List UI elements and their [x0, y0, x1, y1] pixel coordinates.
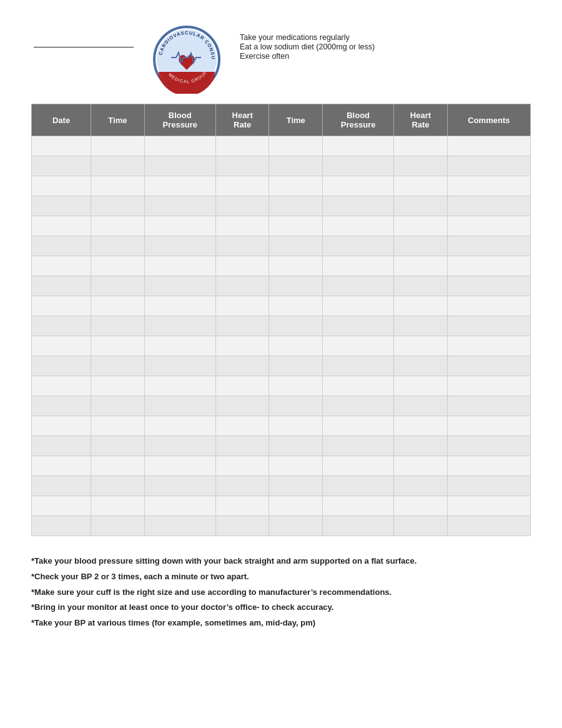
- table-cell[interactable]: [32, 376, 91, 396]
- table-cell[interactable]: [91, 236, 145, 256]
- table-cell[interactable]: [269, 476, 323, 496]
- patient-name-field[interactable]: [34, 39, 134, 47]
- table-cell[interactable]: [394, 376, 448, 396]
- table-cell[interactable]: [269, 176, 323, 196]
- table-cell[interactable]: [32, 496, 91, 516]
- table-cell[interactable]: [91, 256, 145, 276]
- table-cell[interactable]: [269, 296, 323, 316]
- table-cell[interactable]: [323, 496, 394, 516]
- table-cell[interactable]: [394, 276, 448, 296]
- table-cell[interactable]: [394, 516, 448, 536]
- table-cell[interactable]: [144, 476, 215, 496]
- table-cell[interactable]: [269, 516, 323, 536]
- table-cell[interactable]: [394, 336, 448, 356]
- table-cell[interactable]: [447, 256, 530, 276]
- table-cell[interactable]: [323, 476, 394, 496]
- table-cell[interactable]: [215, 476, 269, 496]
- table-cell[interactable]: [91, 136, 145, 156]
- table-cell[interactable]: [323, 156, 394, 176]
- table-cell[interactable]: [215, 336, 269, 356]
- table-cell[interactable]: [394, 436, 448, 456]
- table-cell[interactable]: [215, 496, 269, 516]
- table-cell[interactable]: [91, 336, 145, 356]
- table-cell[interactable]: [32, 456, 91, 476]
- table-cell[interactable]: [394, 216, 448, 236]
- table-cell[interactable]: [91, 456, 145, 476]
- table-cell[interactable]: [269, 456, 323, 476]
- table-cell[interactable]: [394, 456, 448, 476]
- table-cell[interactable]: [447, 296, 530, 316]
- table-cell[interactable]: [394, 496, 448, 516]
- table-cell[interactable]: [323, 336, 394, 356]
- table-cell[interactable]: [215, 216, 269, 236]
- table-cell[interactable]: [32, 356, 91, 376]
- table-cell[interactable]: [269, 496, 323, 516]
- table-cell[interactable]: [269, 216, 323, 236]
- table-cell[interactable]: [269, 276, 323, 296]
- table-cell[interactable]: [394, 136, 448, 156]
- table-cell[interactable]: [447, 316, 530, 336]
- table-cell[interactable]: [269, 336, 323, 356]
- table-cell[interactable]: [32, 156, 91, 176]
- table-cell[interactable]: [323, 356, 394, 376]
- table-cell[interactable]: [32, 216, 91, 236]
- table-cell[interactable]: [32, 256, 91, 276]
- table-cell[interactable]: [447, 416, 530, 436]
- table-cell[interactable]: [269, 196, 323, 216]
- table-cell[interactable]: [394, 356, 448, 376]
- table-cell[interactable]: [144, 296, 215, 316]
- table-cell[interactable]: [144, 276, 215, 296]
- table-cell[interactable]: [394, 196, 448, 216]
- table-cell[interactable]: [91, 496, 145, 516]
- table-cell[interactable]: [144, 316, 215, 336]
- table-cell[interactable]: [394, 236, 448, 256]
- table-cell[interactable]: [269, 256, 323, 276]
- table-cell[interactable]: [323, 256, 394, 276]
- table-cell[interactable]: [32, 136, 91, 156]
- table-cell[interactable]: [394, 416, 448, 436]
- table-cell[interactable]: [91, 156, 145, 176]
- table-cell[interactable]: [323, 276, 394, 296]
- table-cell[interactable]: [91, 176, 145, 196]
- table-cell[interactable]: [323, 196, 394, 216]
- table-cell[interactable]: [32, 236, 91, 256]
- table-cell[interactable]: [269, 316, 323, 336]
- table-cell[interactable]: [32, 396, 91, 416]
- table-cell[interactable]: [394, 396, 448, 416]
- table-cell[interactable]: [323, 516, 394, 536]
- table-cell[interactable]: [394, 156, 448, 176]
- table-cell[interactable]: [144, 236, 215, 256]
- table-cell[interactable]: [215, 436, 269, 456]
- table-cell[interactable]: [323, 136, 394, 156]
- table-cell[interactable]: [91, 296, 145, 316]
- table-cell[interactable]: [269, 356, 323, 376]
- table-cell[interactable]: [32, 196, 91, 216]
- table-cell[interactable]: [144, 176, 215, 196]
- table-cell[interactable]: [215, 256, 269, 276]
- table-cell[interactable]: [144, 516, 215, 536]
- table-cell[interactable]: [144, 136, 215, 156]
- table-cell[interactable]: [91, 416, 145, 436]
- table-cell[interactable]: [215, 276, 269, 296]
- table-cell[interactable]: [91, 196, 145, 216]
- table-cell[interactable]: [269, 396, 323, 416]
- table-cell[interactable]: [215, 236, 269, 256]
- table-cell[interactable]: [215, 196, 269, 216]
- table-cell[interactable]: [32, 176, 91, 196]
- table-cell[interactable]: [91, 216, 145, 236]
- table-cell[interactable]: [32, 476, 91, 496]
- table-cell[interactable]: [269, 156, 323, 176]
- table-cell[interactable]: [394, 476, 448, 496]
- table-cell[interactable]: [323, 456, 394, 476]
- table-cell[interactable]: [215, 356, 269, 376]
- table-cell[interactable]: [144, 156, 215, 176]
- table-cell[interactable]: [323, 376, 394, 396]
- table-cell[interactable]: [32, 316, 91, 336]
- table-cell[interactable]: [323, 296, 394, 316]
- table-cell[interactable]: [323, 396, 394, 416]
- table-cell[interactable]: [447, 456, 530, 476]
- table-cell[interactable]: [91, 516, 145, 536]
- table-cell[interactable]: [394, 296, 448, 316]
- table-cell[interactable]: [144, 256, 215, 276]
- table-cell[interactable]: [269, 416, 323, 436]
